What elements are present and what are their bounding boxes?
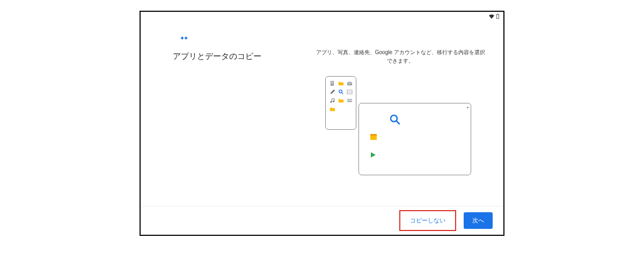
folder-yellow-icon bbox=[338, 97, 344, 103]
camera-dot-icon bbox=[467, 107, 469, 108]
svg-rect-12 bbox=[347, 100, 352, 100]
right-column: アプリ、写真、連絡先、Google アカウントなど、移行する内容を選択できます。 bbox=[309, 23, 493, 203]
illustration bbox=[320, 76, 481, 178]
svg-line-14 bbox=[397, 121, 400, 124]
image-icon bbox=[346, 88, 353, 95]
folder-yellow-icon bbox=[338, 80, 344, 86]
left-column: アプリとデータのコピー bbox=[151, 23, 309, 203]
folder-yellow-icon bbox=[329, 106, 335, 112]
battery-icon bbox=[496, 14, 499, 19]
svg-rect-4 bbox=[331, 83, 333, 83]
search-blue-icon bbox=[338, 88, 344, 95]
card-icon bbox=[346, 97, 353, 103]
svg-rect-1 bbox=[497, 14, 499, 14]
play-green-icon bbox=[370, 151, 376, 160]
svg-rect-0 bbox=[497, 14, 499, 19]
skip-button[interactable]: コピーしない bbox=[401, 212, 454, 229]
content-area: アプリとデータのコピー アプリ、写真、連絡先、Google アカウントなど、移行… bbox=[141, 12, 503, 235]
page-title: アプリとデータのコピー bbox=[173, 51, 309, 62]
setup-screen: アプリとデータのコピー アプリ、写真、連絡先、Google アカウントなど、移行… bbox=[140, 11, 504, 236]
bottom-bar: コピーしない 次へ bbox=[141, 206, 503, 235]
tablet-device bbox=[358, 103, 471, 175]
svg-rect-3 bbox=[331, 81, 333, 82]
next-button[interactable]: 次へ bbox=[464, 212, 493, 229]
phone-device bbox=[325, 76, 356, 130]
copy-arrows-icon bbox=[178, 32, 309, 46]
svg-rect-16 bbox=[370, 134, 377, 136]
description-text: アプリ、写真、連絡先、Google アカウントなど、移行する内容を選択できます。 bbox=[309, 48, 493, 65]
status-bar bbox=[489, 14, 499, 19]
highlight-annotation: コピーしない bbox=[399, 210, 456, 231]
document-icon bbox=[329, 80, 335, 86]
search-blue-large-icon bbox=[389, 113, 401, 128]
svg-line-7 bbox=[342, 92, 343, 93]
calendar-yellow-icon bbox=[370, 133, 377, 143]
wifi-icon bbox=[489, 14, 494, 19]
mail-icon bbox=[346, 80, 353, 86]
music-note-icon bbox=[329, 97, 335, 103]
pencil-icon bbox=[329, 88, 335, 95]
svg-point-6 bbox=[339, 90, 342, 93]
